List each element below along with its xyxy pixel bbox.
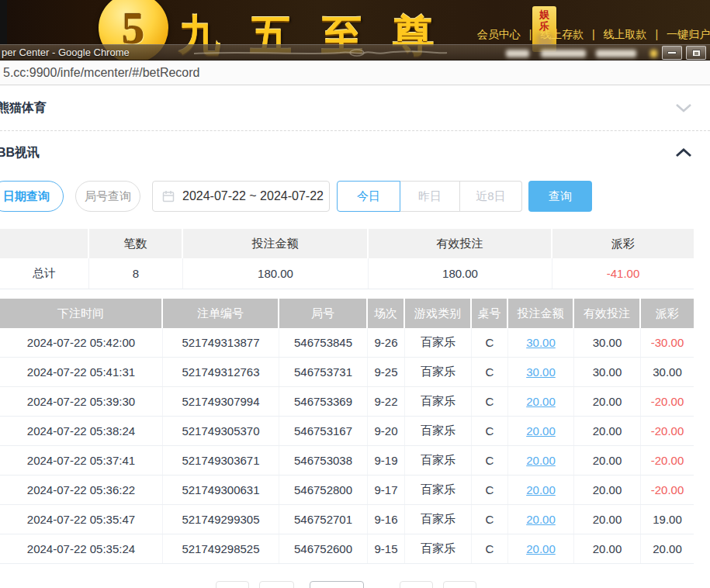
url-text: 5.cc:9900/infe/mcenter/#/betRecord bbox=[3, 66, 199, 80]
cell-round-number: 546753167 bbox=[279, 417, 368, 445]
cell-order-id: 521749313877 bbox=[163, 328, 279, 357]
nav-member-center-link[interactable]: 会员中心 bbox=[477, 28, 521, 40]
bet-amount-link[interactable]: 20.00 bbox=[526, 424, 556, 438]
cell-round-number: 546753845 bbox=[279, 328, 368, 357]
chevron-down-icon[interactable] bbox=[675, 102, 692, 113]
window-minimize-button[interactable] bbox=[662, 46, 682, 60]
window-title-bar[interactable]: per Center - Google Chrome bbox=[0, 44, 710, 61]
cell-payout: -20.00 bbox=[641, 417, 694, 445]
cell-bet-time: 2024-07-22 05:39:30 bbox=[0, 387, 163, 416]
blurred-user-info bbox=[541, 50, 586, 57]
blurred-user-info bbox=[596, 50, 636, 57]
cell-session: 9-16 bbox=[368, 505, 405, 534]
search-button[interactable]: 查询 bbox=[528, 181, 592, 212]
bet-amount-link[interactable]: 20.00 bbox=[526, 513, 556, 526]
cell-payout: 20.00 bbox=[641, 534, 694, 563]
summary-payout-value: -41.00 bbox=[552, 258, 694, 289]
bet-amount-link[interactable]: 20.00 bbox=[526, 542, 556, 555]
bet-table-header-row: 下注时间 注单编号 局号 场次 游戏类别 桌号 投注金额 有效投注 派彩 bbox=[0, 299, 694, 328]
round-query-tab[interactable]: 局号查询 bbox=[75, 181, 140, 212]
page: 5 九五至尊 娱 乐 会员中心 | 线上存款 | 线上取款 | 一键归户 per… bbox=[0, 0, 710, 588]
header-table-number: 桌号 bbox=[472, 299, 508, 328]
pagination-button[interactable] bbox=[259, 581, 294, 588]
cell-bet-amount: 30.00 bbox=[508, 328, 574, 357]
date-query-tab[interactable]: 日期查询 bbox=[0, 181, 64, 212]
cell-bet-time: 2024-07-22 05:41:31 bbox=[0, 358, 163, 386]
pagination-button[interactable] bbox=[216, 581, 249, 588]
section-bb-video[interactable]: BB视讯 bbox=[0, 130, 710, 175]
summary-total-row: 总计 8 180.00 180.00 -41.00 bbox=[0, 258, 694, 289]
bet-record-page: 熊猫体育 BB视讯 日期查询 局号查询 bbox=[0, 85, 710, 588]
cell-order-id: 521749298525 bbox=[163, 534, 279, 563]
cell-game-type: 百家乐 bbox=[405, 446, 472, 475]
nav-online-withdraw-link[interactable]: 线上取款 bbox=[604, 28, 647, 40]
nav-separator: | bbox=[655, 28, 658, 40]
query-toolbar: 日期查询 局号查询 2024-07-22 ~ 2024-07-22 今日 昨日 … bbox=[0, 181, 710, 212]
pagination-button[interactable] bbox=[400, 581, 433, 588]
cell-round-number: 546753369 bbox=[279, 387, 368, 416]
bet-table-body: 2024-07-22 05:42:00521749313877546753845… bbox=[0, 328, 694, 564]
cell-session: 9-15 bbox=[368, 534, 405, 563]
bet-table-row: 2024-07-22 05:39:30521749307994546753369… bbox=[0, 387, 694, 417]
today-button[interactable]: 今日 bbox=[337, 181, 400, 212]
bet-amount-link[interactable]: 20.00 bbox=[526, 483, 556, 496]
bet-table-row: 2024-07-22 05:38:24521749305370546753167… bbox=[0, 417, 694, 446]
header-order-id: 注单编号 bbox=[163, 299, 279, 328]
cell-round-number: 546753038 bbox=[279, 446, 368, 475]
pagination-button[interactable] bbox=[443, 581, 476, 588]
cell-session: 9-25 bbox=[368, 358, 405, 386]
bet-amount-link[interactable]: 30.00 bbox=[526, 336, 556, 349]
cell-session: 9-19 bbox=[368, 446, 405, 475]
cell-session: 9-26 bbox=[368, 328, 405, 357]
bet-amount-link[interactable]: 20.00 bbox=[526, 454, 556, 467]
chevron-up-icon[interactable] bbox=[675, 147, 692, 158]
window-maximize-button[interactable] bbox=[686, 46, 706, 60]
bet-table-row: 2024-07-22 05:37:41521749303671546753038… bbox=[0, 446, 694, 476]
nav-one-key-transfer-link[interactable]: 一键归户 bbox=[667, 28, 710, 40]
summary-header-valid-bet: 有效投注 bbox=[369, 229, 552, 258]
cell-round-number: 546752600 bbox=[279, 534, 368, 563]
cell-game-type: 百家乐 bbox=[405, 505, 472, 534]
cell-payout: -20.00 bbox=[641, 446, 694, 475]
bet-table-row: 2024-07-22 05:42:00521749313877546753845… bbox=[0, 328, 694, 358]
bet-table-row: 2024-07-22 05:41:31521749312763546753731… bbox=[0, 358, 694, 387]
bet-table-row: 2024-07-22 05:35:24521749298525546752600… bbox=[0, 534, 694, 564]
date-range-input[interactable]: 2024-07-22 ~ 2024-07-22 bbox=[152, 181, 330, 212]
section-title: 熊猫体育 bbox=[0, 100, 47, 116]
pagination-page-select[interactable] bbox=[310, 581, 364, 588]
cell-order-id: 521749303671 bbox=[163, 446, 279, 475]
cell-table-number: C bbox=[472, 358, 508, 386]
cell-order-id: 521749307994 bbox=[163, 387, 279, 416]
cell-bet-time: 2024-07-22 05:35:24 bbox=[0, 534, 163, 563]
cell-valid-bet: 20.00 bbox=[574, 417, 641, 445]
cell-game-type: 百家乐 bbox=[405, 328, 472, 357]
background-strip bbox=[0, 0, 7, 44]
cell-table-number: C bbox=[472, 328, 508, 357]
last-8-days-button[interactable]: 近8日 bbox=[460, 181, 522, 212]
cell-payout: 19.00 bbox=[641, 505, 694, 534]
cell-bet-amount: 20.00 bbox=[508, 417, 574, 445]
header-round-number: 局号 bbox=[279, 299, 368, 328]
summary-bet-amount-value: 180.00 bbox=[183, 258, 369, 289]
section-panda-sports[interactable]: 熊猫体育 bbox=[0, 85, 710, 130]
bet-amount-link[interactable]: 20.00 bbox=[526, 395, 556, 408]
cell-valid-bet: 20.00 bbox=[574, 446, 641, 475]
summary-header-bet-amount: 投注金额 bbox=[183, 229, 369, 258]
cell-bet-time: 2024-07-22 05:36:22 bbox=[0, 476, 163, 504]
nav-online-deposit-link[interactable]: 线上存款 bbox=[540, 28, 584, 40]
cell-game-type: 百家乐 bbox=[405, 417, 472, 445]
bet-table-row: 2024-07-22 05:35:47521749299305546752701… bbox=[0, 505, 694, 534]
cell-valid-bet: 20.00 bbox=[574, 476, 641, 504]
nav-separator: | bbox=[592, 28, 595, 40]
yesterday-button[interactable]: 昨日 bbox=[400, 181, 460, 212]
browser-url-bar[interactable]: 5.cc:9900/infe/mcenter/#/betRecord bbox=[0, 61, 710, 85]
cell-table-number: C bbox=[472, 534, 508, 563]
blurred-user-info bbox=[506, 50, 529, 57]
cell-bet-time: 2024-07-22 05:42:00 bbox=[0, 328, 163, 357]
logo-badge-char: 娱 bbox=[539, 9, 549, 20]
cell-table-number: C bbox=[472, 505, 508, 534]
summary-header-count: 笔数 bbox=[89, 229, 183, 258]
bet-amount-link[interactable]: 30.00 bbox=[526, 365, 556, 379]
cell-valid-bet: 30.00 bbox=[574, 328, 641, 357]
cell-game-type: 百家乐 bbox=[405, 476, 472, 504]
